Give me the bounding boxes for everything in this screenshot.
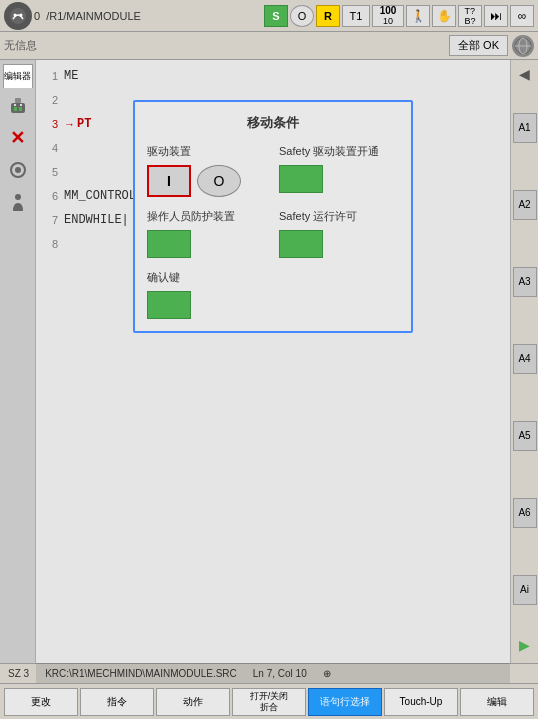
btn-command[interactable]: 指令 <box>80 688 154 716</box>
modal-cell-operator: 操作人员防护装置 <box>147 209 267 258</box>
speed-box[interactable]: 100 10 <box>372 5 404 27</box>
svg-point-1 <box>14 13 17 16</box>
safety-run-label: Safety 运行许可 <box>279 209 357 224</box>
btn-i[interactable]: I <box>147 165 191 197</box>
sz-label: SZ 3 <box>8 668 29 679</box>
a6-button[interactable]: A6 <box>513 498 537 528</box>
btn-r[interactable]: R <box>316 5 340 27</box>
a1-button[interactable]: A1 <box>513 113 537 143</box>
t-question-icon[interactable]: T?B? <box>458 5 482 27</box>
svg-rect-8 <box>14 107 17 111</box>
top-toolbar: 0 /R1/MAINMODULE S O R T1 100 10 🚶 ✋ T?B… <box>0 0 538 32</box>
person-icon[interactable] <box>4 188 32 216</box>
info-label: 无信息 <box>4 38 445 53</box>
editor-tab[interactable]: 编辑器 <box>3 64 33 88</box>
path-label: /R1/MAINMODULE <box>46 10 262 22</box>
btn-o-modal[interactable]: O <box>197 165 241 197</box>
right-sidebar: ◀ A1 A2 A3 A4 A5 A6 Ai ▶ 👋 <box>510 60 538 683</box>
robot-icon <box>4 2 32 30</box>
bottom-toolbar: 更改 指令 动作 打开/关闭折合 语句行选择 Touch-Up 编辑 <box>0 683 538 719</box>
safety-run-indicator <box>279 230 323 258</box>
confirm-indicator <box>147 291 191 319</box>
a2-button[interactable]: A2 <box>513 190 537 220</box>
skip-icon[interactable]: ⏭ <box>484 5 508 27</box>
svg-rect-6 <box>11 103 25 113</box>
play-icon[interactable]: ▶ <box>513 633 537 657</box>
btn-edit[interactable]: 编辑 <box>460 688 534 716</box>
walk-icon[interactable]: 🚶 <box>406 5 430 27</box>
btn-touch-up[interactable]: Touch-Up <box>384 688 458 716</box>
a3-button[interactable]: A3 <box>513 267 537 297</box>
modal-cell-safety-run: Safety 运行许可 <box>279 209 399 258</box>
top-label: 0 <box>34 10 40 22</box>
btn-s[interactable]: S <box>264 5 288 27</box>
svg-point-0 <box>10 8 26 24</box>
svg-rect-9 <box>19 107 22 111</box>
btn-change[interactable]: 更改 <box>4 688 78 716</box>
modal-overlay: 移动条件 驱动装置 I O Safety 驱动装置开通 操作人员防 <box>36 60 510 683</box>
svg-rect-7 <box>15 98 21 103</box>
confirm-label: 确认键 <box>147 270 399 285</box>
hand-icon[interactable]: ✋ <box>432 5 456 27</box>
btn-open-close[interactable]: 打开/关闭折合 <box>232 688 306 716</box>
drive-label: 驱动装置 <box>147 144 191 159</box>
modal-title: 移动条件 <box>147 114 399 132</box>
all-ok-button[interactable]: 全部 OK <box>449 35 508 56</box>
robot-side-icon[interactable] <box>4 92 32 120</box>
drive-buttons: I O <box>147 165 241 197</box>
safety-drive-indicator <box>279 165 323 193</box>
btn-o[interactable]: O <box>290 5 314 27</box>
modal-cell-drive: 驱动装置 I O <box>147 144 267 197</box>
svg-point-14 <box>15 194 21 200</box>
a4-button[interactable]: A4 <box>513 344 537 374</box>
operator-indicator <box>147 230 191 258</box>
btn-t1[interactable]: T1 <box>342 5 370 27</box>
svg-point-2 <box>20 13 23 16</box>
confirm-section: 确认键 <box>147 270 399 319</box>
ai-button[interactable]: Ai <box>513 575 537 605</box>
settings-icon[interactable] <box>4 156 32 184</box>
modal-cell-safety-drive: Safety 驱动装置开通 <box>279 144 399 197</box>
x-close-icon[interactable]: ✕ <box>4 124 32 152</box>
svg-point-13 <box>15 167 21 173</box>
left-sidebar: 编辑器 ✕ <box>0 60 36 683</box>
safety-drive-label: Safety 驱动装置开通 <box>279 144 379 159</box>
btn-line-select[interactable]: 语句行选择 <box>308 688 382 716</box>
scroll-up-icon[interactable]: ◀ <box>515 64 535 84</box>
second-bar: 无信息 全部 OK <box>0 32 538 60</box>
operator-label: 操作人员防护装置 <box>147 209 235 224</box>
globe-icon[interactable] <box>512 35 534 57</box>
modal-grid: 驱动装置 I O Safety 驱动装置开通 操作人员防护装置 <box>147 144 399 258</box>
modal-dialog: 移动条件 驱动装置 I O Safety 驱动装置开通 操作人员防 <box>133 100 413 333</box>
svg-point-11 <box>20 104 22 106</box>
svg-point-10 <box>14 104 16 106</box>
main-area: 编辑器 ✕ <box>0 60 538 683</box>
btn-action[interactable]: 动作 <box>156 688 230 716</box>
editor-area: 1 ME 2 3 → PT 4 5 6 MM_CONTROL( <box>36 60 510 683</box>
infinity-icon[interactable]: ∞ <box>510 5 534 27</box>
a5-button[interactable]: A5 <box>513 421 537 451</box>
